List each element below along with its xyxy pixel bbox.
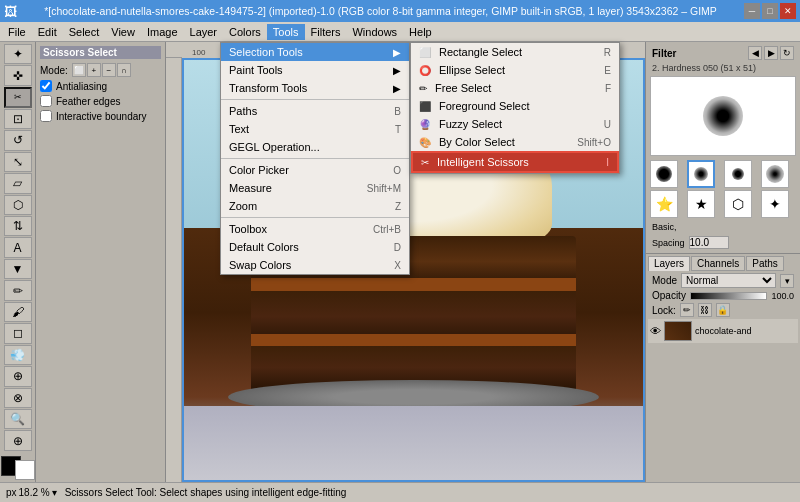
tools-dropdown[interactable]: Selection Tools ▶ Paint Tools ▶ Transfor…	[220, 42, 410, 275]
tool-eraser[interactable]: ◻	[4, 323, 32, 343]
lock-all-btn[interactable]: 🔒	[716, 303, 730, 317]
feather-checkbox[interactable]	[40, 95, 52, 107]
menu-help[interactable]: Help	[403, 24, 438, 40]
close-button[interactable]: ✕	[780, 3, 796, 19]
mode-btn-add[interactable]: +	[87, 63, 101, 77]
text-shortcut: T	[395, 124, 401, 135]
menu-image[interactable]: Image	[141, 24, 184, 40]
menu-item-swap-colors[interactable]: Swap Colors X	[221, 256, 409, 274]
mode-btn-intersect[interactable]: ∩	[117, 63, 131, 77]
lock-position-btn[interactable]: ⛓	[698, 303, 712, 317]
tool-crop[interactable]: ⊡	[4, 109, 32, 129]
brush-item-2[interactable]	[687, 160, 715, 188]
tab-channels[interactable]: Channels	[691, 256, 745, 271]
menu-item-transform-tools[interactable]: Transform Tools ▶	[221, 79, 409, 97]
brush-item-1[interactable]	[650, 160, 678, 188]
tool-colorpicker[interactable]: 🔍	[4, 409, 32, 429]
menu-item-paths[interactable]: Paths B	[221, 102, 409, 120]
ellipse-select-label: Ellipse Select	[439, 64, 505, 76]
menu-select[interactable]: Select	[63, 24, 106, 40]
tool-text[interactable]: A	[4, 237, 32, 257]
menu-colors[interactable]: Colors	[223, 24, 267, 40]
menu-view[interactable]: View	[105, 24, 141, 40]
selection-submenu[interactable]: ⬜ Rectangle Select R ⭕ Ellipse Select E …	[410, 42, 620, 174]
mode-btn-subtract[interactable]: −	[102, 63, 116, 77]
brush-item-7[interactable]: ⬡	[724, 190, 752, 218]
menu-item-fuzzy-select[interactable]: 🔮 Fuzzy Select U	[411, 115, 619, 133]
menu-item-gegl[interactable]: GEGL Operation...	[221, 138, 409, 156]
tool-shear[interactable]: ▱	[4, 173, 32, 193]
menu-item-paint-tools[interactable]: Paint Tools ▶	[221, 61, 409, 79]
tool-airbrush[interactable]: 💨	[4, 345, 32, 365]
menu-item-foreground-select[interactable]: ⬛ Foreground Select	[411, 97, 619, 115]
zoom-label: Zoom	[229, 200, 257, 212]
text-label: Text	[229, 123, 249, 135]
antialiasing-checkbox[interactable]	[40, 80, 52, 92]
separator-2	[221, 158, 409, 159]
menu-filters[interactable]: Filters	[305, 24, 347, 40]
menu-item-measure[interactable]: Measure Shift+M	[221, 179, 409, 197]
brush-item-5[interactable]: ⭐	[650, 190, 678, 218]
tool-perspective[interactable]: ⬡	[4, 195, 32, 215]
tool-flip[interactable]: ⇅	[4, 216, 32, 236]
menu-bar: File Edit Select View Image Layer Colors…	[0, 22, 800, 42]
brush-prev-btn[interactable]: ◀	[748, 46, 762, 60]
minimize-button[interactable]: ─	[744, 3, 760, 19]
tool-move[interactable]: ✜	[4, 65, 32, 85]
mode-btn-replace[interactable]: ⬜	[72, 63, 86, 77]
opacity-slider[interactable]	[690, 292, 768, 300]
mode-select[interactable]: Normal Multiply Screen	[681, 273, 776, 288]
brush-item-8[interactable]: ✦	[761, 190, 789, 218]
brush-item-4[interactable]	[761, 160, 789, 188]
background-color[interactable]	[15, 460, 35, 480]
zoom-chevron[interactable]: ▾	[52, 487, 57, 498]
spacing-input[interactable]	[689, 236, 729, 249]
menu-item-zoom[interactable]: Zoom Z	[221, 197, 409, 215]
brush-next-btn[interactable]: ▶	[764, 46, 778, 60]
menu-item-ellipse-select[interactable]: ⭕ Ellipse Select E	[411, 61, 619, 79]
menu-item-toolbox[interactable]: Toolbox Ctrl+B	[221, 220, 409, 238]
menu-file[interactable]: File	[2, 24, 32, 40]
tool-scissors[interactable]: ✂	[4, 87, 32, 108]
menu-windows[interactable]: Windows	[346, 24, 403, 40]
tool-rotate[interactable]: ↺	[4, 130, 32, 150]
menu-item-text[interactable]: Text T	[221, 120, 409, 138]
color-picker-label: Color Picker	[229, 164, 289, 176]
menu-item-by-color-select[interactable]: 🎨 By Color Select Shift+O	[411, 133, 619, 151]
brush-refresh-btn[interactable]: ↻	[780, 46, 794, 60]
lock-pixels-btn[interactable]: ✏	[680, 303, 694, 317]
tool-heal[interactable]: ⊗	[4, 388, 32, 408]
tab-layers[interactable]: Layers	[648, 256, 690, 271]
tool-clone[interactable]: ⊕	[4, 366, 32, 386]
mode-row: Mode Normal Multiply Screen ▾	[652, 273, 794, 288]
menu-item-rect-select[interactable]: ⬜ Rectangle Select R	[411, 43, 619, 61]
tool-paintbucket[interactable]: ▼	[4, 259, 32, 279]
menu-item-free-select[interactable]: ✏ Free Select F	[411, 79, 619, 97]
menu-item-intelligent-scissors[interactable]: ✂ Intelligent Scissors I	[411, 151, 619, 173]
tool-pencil[interactable]: ✏	[4, 280, 32, 300]
interactive-checkbox[interactable]	[40, 110, 52, 122]
default-colors-label: Default Colors	[229, 241, 299, 253]
window-controls: ─ □ ✕	[744, 3, 796, 19]
layer-visibility-eye[interactable]: 👁	[650, 325, 661, 337]
lock-label: Lock:	[652, 305, 676, 316]
right-panel: Filter ◀ ▶ ↻ 2. Hardness 050 (51 x 51) ⭐…	[645, 42, 800, 482]
brush-item-3[interactable]	[724, 160, 752, 188]
rect-select-shortcut: R	[604, 47, 611, 58]
mode-options-btn[interactable]: ▾	[780, 274, 794, 288]
menu-edit[interactable]: Edit	[32, 24, 63, 40]
brush-item-6[interactable]: ★	[687, 190, 715, 218]
tool-brush[interactable]: 🖌	[4, 302, 32, 322]
maximize-button[interactable]: □	[762, 3, 778, 19]
menu-item-selection-tools[interactable]: Selection Tools ▶	[221, 43, 409, 61]
tool-zoom[interactable]: ⊕	[4, 430, 32, 450]
ruler-left	[166, 58, 182, 482]
tool-scale[interactable]: ⤡	[4, 152, 32, 172]
menu-item-default-colors[interactable]: Default Colors D	[221, 238, 409, 256]
menu-layer[interactable]: Layer	[184, 24, 224, 40]
menu-tools[interactable]: Tools	[267, 24, 305, 40]
tool-pointer[interactable]: ✦	[4, 44, 32, 64]
tab-paths[interactable]: Paths	[746, 256, 784, 271]
mode-option-row: Mode: ⬜ + − ∩	[40, 63, 161, 77]
menu-item-color-picker[interactable]: Color Picker O	[221, 161, 409, 179]
